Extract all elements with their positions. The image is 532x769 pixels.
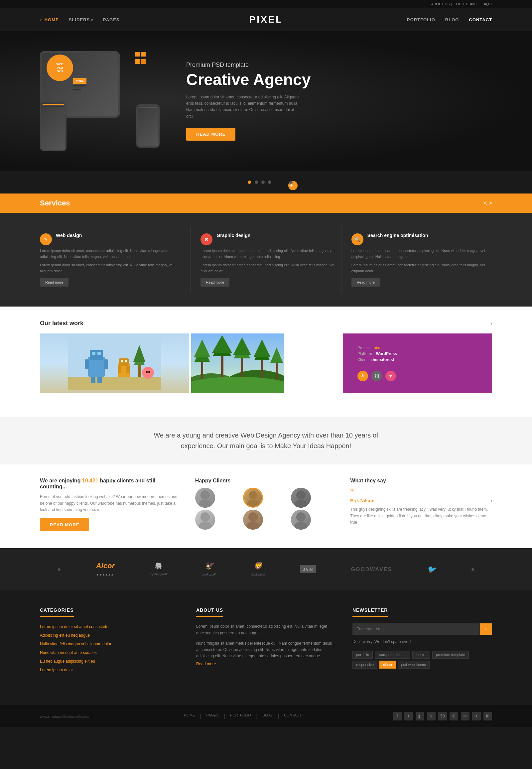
svg-rect-1: [68, 377, 161, 390]
partner-logo-wildlion[interactable]: 🦁 WILDLION: [251, 562, 266, 577]
portfolio-item-3[interactable]: Project: pixel Platform: WordPress Clien…: [343, 333, 492, 393]
footer-link-home[interactable]: HOME: [184, 713, 195, 719]
hero-section: WEBPSDSZU PIXEL: [0, 31, 532, 171]
nav-blog[interactable]: BLOG: [445, 17, 459, 22]
service-icon-graphic: ✖: [200, 233, 212, 245]
social-google[interactable]: g+: [416, 712, 424, 720]
social-send[interactable]: ✈: [472, 712, 481, 720]
footer-about-text1: Lorem ipsum dolor sit amet, consectetur …: [196, 623, 336, 636]
newsletter-submit-btn[interactable]: +: [480, 623, 492, 635]
portfolio-view-btn[interactable]: 👁: [357, 371, 368, 381]
top-team[interactable]: OUR TEAM: [456, 2, 475, 6]
project-value: pixel: [373, 345, 382, 350]
footer-cat-link-4[interactable]: Nunc vitae mi eget ante sodales: [40, 650, 97, 655]
svg-point-53: [296, 512, 306, 522]
svg-point-49: [200, 512, 210, 522]
dot-1[interactable]: [248, 181, 251, 184]
svg-point-45: [249, 491, 257, 500]
footer-link-blog[interactable]: BLOG: [262, 713, 273, 719]
partner-logo-bird[interactable]: 🐦: [427, 565, 436, 574]
client-label: Client:: [357, 357, 369, 362]
services-next-btn[interactable]: >: [488, 200, 492, 206]
social-vimeo[interactable]: v: [427, 712, 436, 720]
tag-joomla[interactable]: joomla: [412, 651, 430, 659]
portfolio-item-2[interactable]: [191, 333, 340, 393]
hero-badge: WEBPSDSZU: [47, 55, 73, 81]
tag-clean[interactable]: clean: [379, 661, 395, 669]
client-avatar-6[interactable]: [291, 510, 311, 530]
svg-point-48: [294, 500, 308, 508]
footer-link-contact[interactable]: CONTACT: [284, 713, 301, 719]
nav-sliders[interactable]: SLIDERS: [69, 17, 93, 22]
newsletter-email-input[interactable]: [352, 623, 480, 635]
footer-cat-link-5[interactable]: Eu nec augue adipiscing elit eu: [40, 659, 95, 664]
portfolio-item-1[interactable]: [40, 333, 189, 393]
tag-psd[interactable]: psd web theme: [398, 661, 430, 669]
client-avatar-1[interactable]: [195, 488, 215, 508]
top-about[interactable]: ABOUT US: [431, 2, 450, 6]
client-avatar-4[interactable]: [195, 510, 215, 530]
social-linkedin[interactable]: in: [483, 712, 492, 720]
footer-cat-link-6[interactable]: Lorem ipsum dolor: [40, 668, 73, 672]
partner-logo-3[interactable]: 🦅 jookopall: [202, 562, 216, 577]
partner-nav-prev[interactable]: ●: [58, 566, 61, 573]
service-cta-graphic[interactable]: Read more: [200, 278, 229, 287]
nav-pages[interactable]: PAGES: [103, 17, 120, 22]
list-item: Lorem ipsum dolor: [40, 667, 180, 673]
hero-devices: WEBPSDSZU PIXEL: [40, 51, 166, 151]
partner-logo-alcor[interactable]: Alcor ▲▲▲▲▲▲: [96, 562, 115, 577]
footer-about-readmore[interactable]: Read more: [196, 662, 216, 666]
tag-responsive[interactable]: responsive: [352, 661, 377, 669]
tag-portfolio[interactable]: portfolio: [352, 651, 373, 659]
client-avatar-3[interactable]: [291, 488, 311, 508]
svg-rect-7: [104, 359, 108, 369]
nav-contact[interactable]: CONTACT: [469, 17, 492, 22]
partner-logo-jain[interactable]: JAIN: [300, 565, 316, 574]
services-grid: ✎ Web design Lorem ipsum dolor sit amet,…: [0, 213, 532, 307]
portfolio-link-btn[interactable]: ⛓: [371, 371, 382, 381]
footer-cat-link-2[interactable]: Adipiscing elit eu neq augue: [40, 633, 90, 638]
stats-clients-col: We are enjoying 10.421 happy clients and…: [40, 478, 182, 535]
client-avatar-5[interactable]: [243, 510, 263, 530]
social-twitter[interactable]: t: [404, 712, 413, 720]
testimonial-next-arrow[interactable]: ›: [490, 498, 492, 504]
stats-cta-button[interactable]: Read more: [40, 518, 89, 531]
service-desc1-graphic: Lorem ipsum dolor sit amet, consectetur …: [200, 248, 341, 260]
top-faq[interactable]: FAQ'S: [482, 2, 492, 6]
svg-rect-5: [97, 352, 101, 355]
footer-link-portfolio[interactable]: PORTFOLIO: [230, 713, 251, 719]
service-cta-webdesign[interactable]: Read more: [40, 278, 68, 287]
dot-3[interactable]: [261, 181, 265, 184]
portfolio-next-arrow[interactable]: ›: [490, 320, 492, 326]
hero-cta-button[interactable]: READ MORE: [186, 128, 235, 141]
footer-bottom-links: HOME | PAGES | PORTFOLIO | BLOG | CONTAC…: [184, 713, 301, 719]
service-desc2-webdesign: Lorem ipsum dolor sit amet, consectetur …: [40, 262, 180, 274]
tag-wordpress[interactable]: wordpress theme: [375, 651, 410, 659]
stats-clients-count: 10.421: [82, 478, 98, 483]
service-cta-seo[interactable]: Read more: [351, 278, 380, 287]
dot-2[interactable]: [255, 181, 258, 184]
nav-portfolio[interactable]: PORTFOLIO: [407, 17, 435, 22]
partner-logo-goodwaves[interactable]: GOODWAVES: [351, 567, 392, 573]
social-copyright[interactable]: ©: [450, 712, 458, 720]
services-prev-btn[interactable]: <: [484, 200, 487, 206]
footer-cat-link-3[interactable]: Nulla vitae felis magna vel aliquam dolo…: [40, 642, 111, 646]
portfolio-heart-btn[interactable]: ♥: [385, 371, 396, 381]
tag-cloud: portfolio wordpress theme joomla premium…: [352, 651, 492, 669]
social-facebook[interactable]: f: [393, 712, 402, 720]
svg-point-22: [146, 371, 148, 373]
social-500px[interactable]: 50: [438, 712, 447, 720]
footer-cat-link-1[interactable]: Lorem ipsum dolor sit amet consectetur: [40, 624, 110, 629]
stats-testimonial-col: What they say " Erik Nilson › This guys …: [350, 478, 492, 535]
client-value: themaforest: [371, 357, 394, 362]
client-avatar-2[interactable]: [243, 488, 263, 508]
partner-nav-next[interactable]: ●: [471, 566, 474, 573]
social-settings[interactable]: ⚙: [461, 712, 469, 720]
footer-url: www.sheritageChristiancollege.com: [40, 713, 92, 719]
partner-logo-2[interactable]: 🐘 mpmepyrulk: [150, 562, 168, 577]
tag-premium[interactable]: premium template: [432, 651, 469, 659]
footer-link-pages[interactable]: PAGES: [206, 713, 219, 719]
dot-4[interactable]: [268, 181, 271, 184]
nav-home[interactable]: HOME: [40, 17, 59, 22]
footer-about-title: ABOUT US: [196, 607, 223, 617]
